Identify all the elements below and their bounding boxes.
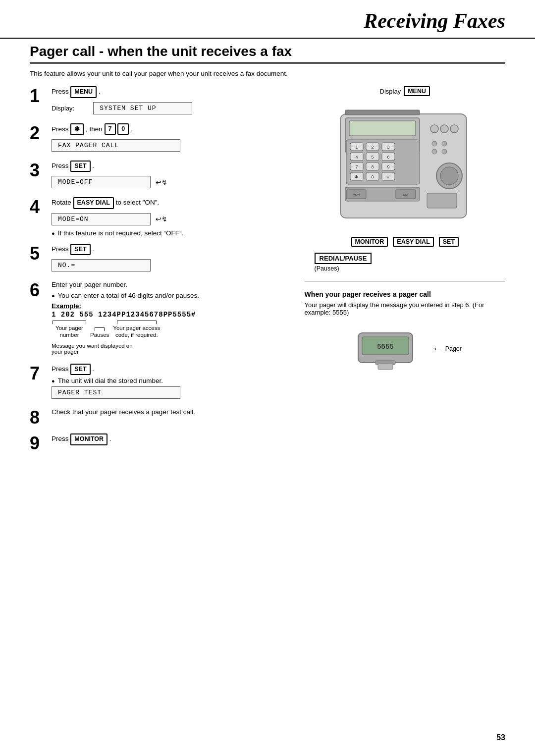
svg-point-30	[450, 125, 458, 133]
svg-text:4: 4	[356, 155, 358, 160]
svg-text:5: 5	[372, 155, 374, 160]
step-3-content: Press SET . MODE=OFF ↩↯	[52, 161, 290, 191]
display-text-right: Display	[380, 88, 401, 95]
svg-text:7: 7	[356, 164, 358, 169]
step-7-line: Press SET .	[52, 364, 290, 376]
svg-text:2: 2	[372, 145, 374, 150]
cursor-sym-3: ↩↯	[156, 178, 167, 186]
two-col-layout: 1 Press MENU . Display: SYSTEM SET UP 2	[30, 86, 505, 459]
fax-button-labels: MONITOR EASY DIAL SET	[351, 237, 459, 247]
svg-text:0: 0	[372, 174, 374, 179]
example-label: Example:	[52, 302, 290, 310]
step-2: 2 Press ✱ , then 7 0 . FAX PAGER CALL	[30, 123, 290, 154]
example-number: 1 202 555 1234PP12345678PP5555#	[52, 311, 290, 319]
pager-label-area: ← Pager	[432, 343, 462, 354]
right-column: Display MENU 1	[305, 86, 505, 459]
display-menu-row: Display MENU	[380, 86, 430, 96]
step-5-line: Press SET .	[52, 244, 290, 256]
set-key-5: SET	[70, 244, 90, 256]
step-8-content: Check that your pager receives a pager t…	[52, 408, 290, 419]
main-content: Pager call - when the unit receives a fa…	[0, 44, 535, 479]
svg-rect-37	[427, 193, 457, 208]
page-number: 53	[496, 733, 505, 742]
step-number-3: 3	[30, 162, 52, 179]
display-box-2: FAX PAGER CALL	[52, 139, 180, 152]
monitor-label-right: MONITOR	[351, 237, 388, 247]
svg-text:6: 6	[387, 155, 390, 160]
page-header: Receiving Faxes	[0, 0, 535, 39]
hash-key: ✱	[70, 123, 84, 135]
example-diagram: Your pagernumber Pauses Your pager acces…	[52, 321, 290, 355]
redial-pause-key: REDIAL/PAUSE	[315, 253, 372, 264]
step-number-5: 5	[30, 245, 52, 263]
section-heading-text: Pager call - when the unit receives a fa…	[30, 44, 292, 59]
menu-key-1: MENU	[70, 86, 97, 98]
step-number-4: 4	[30, 198, 52, 216]
key-0: 0	[117, 123, 129, 135]
svg-text:SET: SET	[403, 193, 409, 196]
display-box-1: SYSTEM SET UP	[93, 102, 192, 114]
svg-text:3: 3	[387, 145, 390, 150]
cursor-sym-4: ↩↯	[156, 215, 167, 223]
svg-text:9: 9	[387, 164, 390, 169]
pager-call-text: Your pager will display the message you …	[305, 301, 505, 316]
pager-image-area: 5555 ← Pager	[305, 323, 505, 374]
pauses-note: (Pauses)	[315, 265, 505, 272]
page-title: Receiving Faxes	[364, 9, 505, 32]
bracket-access-label: Your pager accesscode, if required.	[113, 325, 160, 339]
step-8-line: Check that your pager receives a pager t…	[52, 408, 290, 417]
step-number-7: 7	[30, 365, 52, 382]
svg-point-31	[432, 141, 437, 146]
pager-call-section: When your pager receives a pager call Yo…	[305, 290, 505, 374]
display-box-3: MODE=OFF	[52, 176, 151, 188]
svg-text:8: 8	[372, 164, 374, 169]
svg-rect-38	[345, 110, 420, 115]
svg-point-36	[440, 167, 458, 185]
step-4-content: Rotate EASY DIAL to select "ON". MODE=ON…	[52, 197, 290, 237]
easy-dial-label-right: EASY DIAL	[393, 237, 433, 247]
set-key-7: SET	[70, 364, 90, 376]
monitor-key: MONITOR	[70, 433, 107, 445]
bracket-pager-label: Your pagernumber	[55, 325, 83, 339]
section-divider	[305, 281, 505, 281]
step-number-8: 8	[30, 409, 52, 427]
intro-text: This feature allows your unit to call yo…	[30, 70, 505, 77]
step-9-content: Press MONITOR .	[52, 433, 290, 447]
step-6: 6 Enter your pager number. You can enter…	[30, 280, 290, 356]
display-label-1: Display:	[52, 105, 74, 112]
svg-rect-48	[378, 364, 393, 370]
step-number-1: 1	[30, 87, 52, 105]
message-label: Message you want displayed onyour pager	[52, 343, 290, 355]
display-box-5: NO.=	[52, 259, 151, 271]
step-number-2: 2	[30, 124, 52, 142]
step-number-6: 6	[30, 281, 52, 299]
step-3: 3 Press SET . MODE=OFF ↩↯	[30, 161, 290, 191]
step-8: 8 Check that your pager receives a pager…	[30, 408, 290, 427]
step-4-bullet: If this feature is not required, select …	[52, 229, 290, 237]
svg-text:1: 1	[356, 145, 358, 150]
pager-illustration: 5555	[348, 323, 428, 374]
bracket-pauses-label: Pauses	[90, 332, 109, 339]
menu-key-right: MENU	[404, 86, 430, 96]
svg-text:#: #	[387, 174, 390, 179]
svg-text:MON: MON	[353, 193, 360, 196]
step-1: 1 Press MENU . Display: SYSTEM SET UP	[30, 86, 290, 116]
svg-text:✱: ✱	[355, 174, 359, 179]
step-2-line: Press ✱ , then 7 0 .	[52, 123, 290, 135]
svg-rect-2	[349, 121, 416, 136]
step-3-display-row: MODE=OFF ↩↯	[52, 174, 290, 190]
fax-machine-illustration: 1 2 3 4 5 6 7 8	[335, 99, 474, 233]
section-heading: Pager call - when the unit receives a fa…	[30, 44, 505, 64]
svg-point-28	[430, 125, 438, 133]
step-1-line: Press MENU .	[52, 86, 290, 98]
step-9-line: Press MONITOR .	[52, 433, 290, 445]
step-7-bullet: The unit will dial the stored number.	[52, 377, 290, 384]
svg-text:5555: 5555	[377, 343, 394, 351]
svg-point-33	[432, 149, 437, 154]
svg-point-32	[442, 141, 447, 146]
step-4-display-row: MODE=ON ↩↯	[52, 211, 290, 227]
pager-call-heading: When your pager receives a pager call	[305, 290, 505, 298]
step-5: 5 Press SET . NO.=	[30, 244, 290, 274]
svg-point-29	[440, 125, 448, 133]
display-box-7: PAGER TEST	[52, 386, 180, 399]
